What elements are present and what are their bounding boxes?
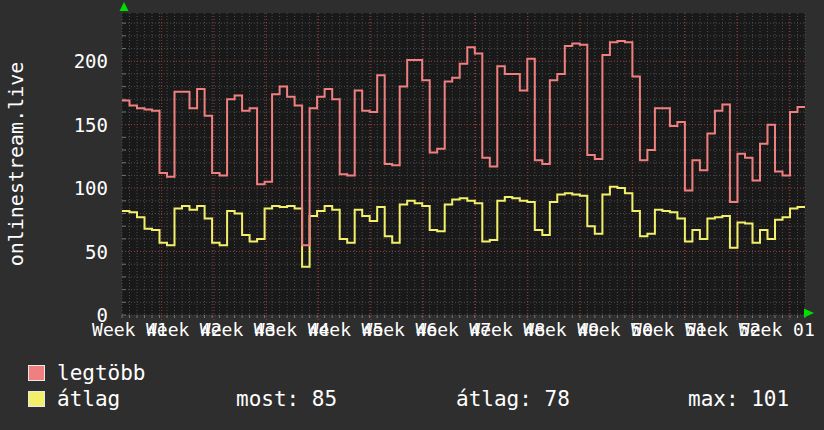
x-axis-arrow-icon [804,309,814,318]
plot-area [122,13,805,315]
y-tick-label: 50 [56,241,108,263]
legend-label-legtobb: legtöbb [57,362,146,384]
y-tick-label: 200 [56,50,108,72]
legend-swatch-legtobb [28,365,45,381]
legend-label-atlag: átlag [57,388,120,410]
y-tick-label: 150 [56,114,108,136]
stat-atlag: átlag: 78 [456,388,570,410]
y-axis-arrow-icon [120,2,129,11]
stat-max: max: 101 [688,388,789,410]
x-tick-label: Week 01 [739,320,815,340]
graph-page: onlinestream.live 050100150200 Week 41We… [0,0,824,430]
stat-most: most: 85 [236,388,337,410]
y-tick-label: 100 [56,177,108,199]
legend-swatch-atlag [28,391,45,407]
